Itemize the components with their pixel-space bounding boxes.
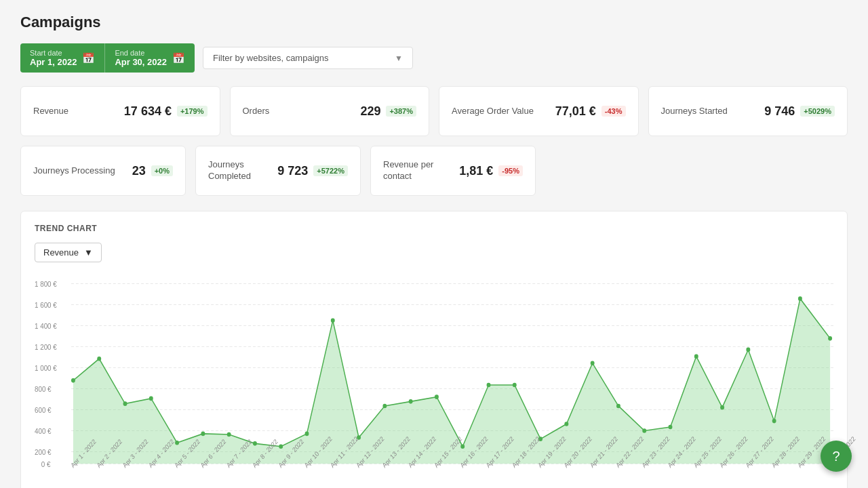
metric-badge: +0% [151,165,173,176]
top-bar: Start date Apr 1, 2022 📅 End date Apr 30… [20,43,848,73]
y-label-1000: 1 000 € [35,364,57,372]
end-calendar-icon: 📅 [172,52,185,64]
metric-label: Journeys Started [661,106,728,117]
data-dot-16 [460,444,465,449]
metric-right: 9 746 +5029% [764,104,835,119]
metric-badge: +387% [386,106,416,117]
metric-badge: -43% [601,106,626,117]
page-container: Campaigns Start date Apr 1, 2022 📅 End d… [0,0,868,488]
metric-badge: +5722% [313,165,348,176]
data-dot-6 [201,432,205,436]
data-dot-4 [149,396,153,401]
filter-dropdown[interactable]: Filter by websites, campaigns ▼ [203,47,413,69]
data-dot-27 [746,348,750,352]
chart-metric-dropdown[interactable]: Revenue ▼ [35,243,102,262]
data-dot-17 [487,383,491,388]
data-dot-2 [97,357,101,361]
data-dot-11 [331,318,335,323]
metric-value: 229 [360,104,380,119]
metric-card-top-3: Average Order Value 77,01 € -43% [439,86,639,136]
data-dot-14 [409,399,413,404]
metric-value: 23 [132,164,146,178]
y-label-400: 400 € [35,427,52,435]
metric-card-top-4: Journeys Started 9 746 +5029% [648,86,848,136]
metric-value: 77,01 € [555,104,596,119]
y-label-1600: 1 600 € [35,301,57,309]
metric-label: Revenue per contact [383,159,459,182]
metric-value: 9 723 [277,164,308,178]
metric-value: 9 746 [764,104,795,119]
start-date-label: Start date [30,49,77,57]
metric-right: 23 +0% [132,164,173,178]
y-label-600: 600 € [35,406,52,414]
data-dot-30 [828,336,832,341]
data-dot-7 [227,432,231,437]
data-dot-5 [175,441,179,445]
metric-right: 1,81 € -95% [459,164,523,178]
chart-controls: Revenue ▼ [35,243,833,262]
metric-label: Average Order Value [452,106,534,117]
metric-badge: -95% [498,165,523,176]
data-dot-10 [305,432,309,436]
start-calendar-icon: 📅 [82,52,95,64]
y-label-1800: 1 800 € [35,280,57,288]
metric-badge: +179% [177,106,208,117]
data-dot-22 [616,404,620,409]
data-dot-26 [720,405,724,410]
data-dot-20 [564,422,568,426]
metrics-grid-top: Revenue 17 634 € +179% Orders 229 +387% … [20,86,848,136]
metric-right: 229 +387% [360,104,416,119]
trend-chart-section: TREND CHART Revenue ▼ 1 800 € [20,211,848,488]
data-dot-15 [435,394,439,399]
data-dot-29 [798,296,802,301]
metric-label: Journeys Processing [33,165,115,177]
data-dot-24 [669,425,673,430]
chart-dropdown-chevron-icon: ▼ [84,247,93,258]
y-label-1400: 1 400 € [35,322,57,330]
metric-card-bottom-2: Journeys Completed 9 723 +5722% [195,146,361,196]
data-dot-9 [279,444,283,449]
metric-card-bottom-3: Revenue per contact 1,81 € -95% [370,146,536,196]
trend-chart-title: TREND CHART [35,224,833,233]
metric-card-bottom-1: Journeys Processing 23 +0% [20,146,186,196]
data-dot-25 [694,354,698,359]
data-dot-23 [642,428,646,433]
trend-chart-svg: 1 800 € 1 600 € 1 400 € 1 200 € 1 000 € … [35,273,833,483]
chevron-down-icon: ▼ [395,54,403,63]
metric-value: 17 634 € [124,104,172,119]
end-date-label: End date [115,49,167,57]
metric-right: 77,01 € -43% [555,104,626,119]
data-dot-3 [123,401,127,406]
metric-card-top-1: Revenue 17 634 € +179% [20,86,220,136]
data-dot-13 [382,404,387,409]
data-dot-21 [591,361,595,366]
y-label-200: 200 € [35,448,52,456]
chart-metric-label: Revenue [43,247,79,258]
start-date-value: Apr 1, 2022 [30,57,77,67]
end-date-section[interactable]: End date Apr 30, 2022 📅 [105,43,195,73]
end-date-value: Apr 30, 2022 [115,57,167,67]
metric-badge: +5029% [800,106,835,117]
metric-label: Revenue [33,106,68,117]
date-range-picker[interactable]: Start date Apr 1, 2022 📅 End date Apr 30… [20,43,195,73]
start-date-section[interactable]: Start date Apr 1, 2022 📅 [20,43,105,73]
metric-right: 9 723 +5722% [277,164,348,178]
fab-icon: ? [832,449,840,464]
y-label-0: 0 € [41,460,51,468]
y-label-1200: 1 200 € [35,343,57,351]
y-label-800: 800 € [35,385,52,393]
metrics-grid-bottom: Journeys Processing 23 +0% Journeys Comp… [20,146,848,196]
metric-label: Orders [243,106,270,117]
data-dot-1 [71,378,75,383]
metric-card-top-2: Orders 229 +387% [230,86,430,136]
fab-button[interactable]: ? [821,441,852,472]
data-dot-28 [772,419,776,424]
data-dot-18 [513,383,517,388]
page-title: Campaigns [20,14,848,31]
filter-placeholder: Filter by websites, campaigns [213,53,329,63]
metric-right: 17 634 € +179% [124,104,208,119]
metric-label: Journeys Completed [208,159,277,182]
metric-value: 1,81 € [459,164,493,178]
chart-area: 1 800 € 1 600 € 1 400 € 1 200 € 1 000 € … [35,273,833,483]
data-dot-8 [253,441,257,446]
